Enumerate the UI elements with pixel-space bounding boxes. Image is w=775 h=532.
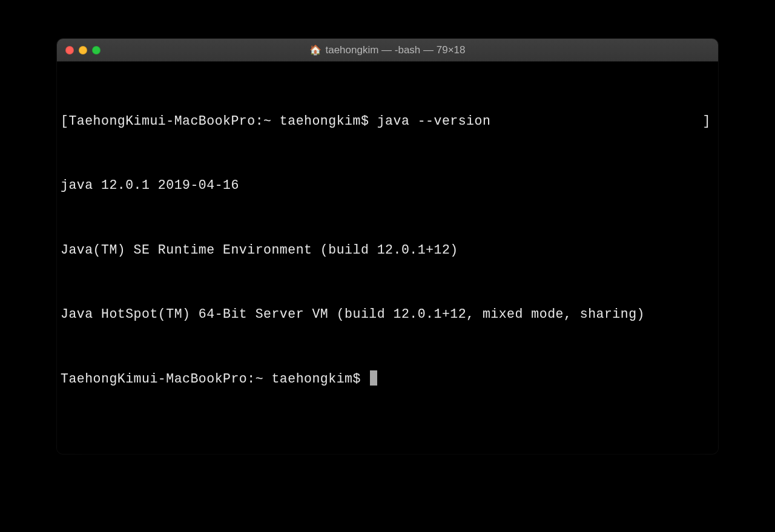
window-title-area: 🏠 taehongkim — -bash — 79×18 [57, 44, 718, 56]
terminal-line: [TaehongKimui-MacBookPro:~ taehongkim$ j… [61, 111, 714, 132]
minimize-icon[interactable] [79, 46, 87, 54]
terminal-body[interactable]: [TaehongKimui-MacBookPro:~ taehongkim$ j… [57, 62, 718, 454]
window-title: taehongkim — -bash — 79×18 [325, 44, 465, 56]
prompt-text: TaehongKimui-MacBookPro:~ taehongkim$ [68, 114, 377, 128]
maximize-icon[interactable] [92, 46, 101, 54]
terminal-output-line: java 12.0.1 2019-04-16 [61, 175, 714, 196]
right-bracket: ] [703, 111, 711, 132]
left-bracket: [ [61, 114, 68, 128]
current-prompt-line: TaehongKimui-MacBookPro:~ taehongkim$ [61, 369, 714, 390]
terminal-output-line: Java HotSpot(TM) 64-Bit Server VM (build… [61, 304, 714, 325]
titlebar[interactable]: 🏠 taehongkim — -bash — 79×18 [57, 39, 718, 62]
traffic-lights [57, 46, 101, 54]
close-icon[interactable] [65, 46, 74, 54]
terminal-output-line: Java(TM) SE Runtime Environment (build 1… [61, 240, 714, 261]
cursor-icon [370, 370, 377, 386]
terminal-window: 🏠 taehongkim — -bash — 79×18 [TaehongKim… [57, 39, 718, 454]
home-icon: 🏠 [309, 45, 322, 55]
command-text: java --version [377, 114, 491, 128]
prompt-text: TaehongKimui-MacBookPro:~ taehongkim$ [61, 369, 369, 390]
